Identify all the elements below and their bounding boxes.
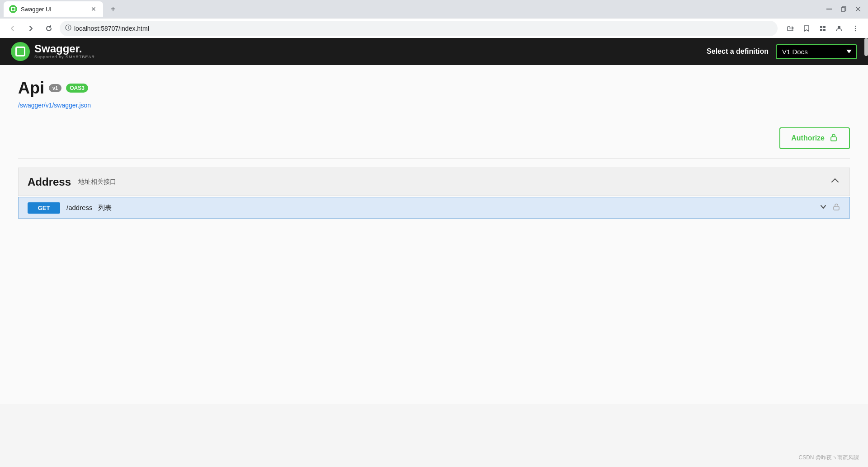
version-badge: v1 — [49, 84, 61, 92]
window-close-button[interactable] — [852, 3, 864, 15]
address-bar[interactable]: localhost:58707/index.html — [60, 21, 778, 36]
endpoint-path-value: /address — [66, 204, 93, 211]
profile-button[interactable] — [832, 21, 846, 36]
browser-addressbar: localhost:58707/index.html — [0, 18, 868, 38]
browser-actions — [783, 21, 863, 36]
svg-rect-0 — [826, 9, 832, 9]
new-tab-button[interactable]: + — [107, 3, 119, 15]
svg-rect-6 — [820, 26, 822, 28]
api-info: Api v1 OAS3 /swagger/v1/swagger.json — [18, 79, 850, 109]
endpoint-actions — [819, 202, 840, 214]
svg-point-13 — [855, 30, 856, 31]
swagger-definition-label: Select a definition — [707, 47, 769, 56]
browser-chrome: Swagger UI ✕ + — [0, 0, 868, 38]
browser-titlebar: Swagger UI ✕ + — [0, 0, 868, 18]
swagger-definition-select[interactable]: V1 Docs — [776, 44, 857, 59]
menu-button[interactable] — [848, 21, 863, 36]
swagger-brand-name: Swagger. — [34, 43, 95, 54]
bookmark-button[interactable] — [799, 21, 814, 36]
window-controls — [823, 3, 864, 15]
address-section: Address 地址相关接口 GET /address 列表 — [18, 168, 850, 219]
svg-rect-8 — [820, 29, 822, 31]
scrollbar[interactable] — [864, 38, 868, 56]
extensions-button[interactable] — [816, 21, 830, 36]
swagger-content: Api v1 OAS3 /swagger/v1/swagger.json Aut… — [0, 65, 868, 404]
share-button[interactable] — [783, 21, 797, 36]
swagger-logo-icon — [11, 42, 30, 61]
swagger-logo-text: Swagger. Supported by SMARTBEAR — [34, 43, 95, 60]
tab-close-button[interactable]: ✕ — [90, 5, 98, 13]
endpoint-expand-icon — [819, 202, 828, 214]
endpoint-row-get-address[interactable]: GET /address 列表 — [18, 197, 850, 219]
section-header-address[interactable]: Address 地址相关接口 — [18, 168, 850, 196]
svg-rect-7 — [823, 26, 826, 28]
svg-point-10 — [838, 26, 840, 28]
swagger-json-link[interactable]: /swagger/v1/swagger.json — [18, 102, 91, 109]
swagger-brand-sub: Supported by SMARTBEAR — [34, 54, 95, 60]
address-url[interactable]: localhost:58707/index.html — [74, 25, 772, 32]
authorize-button-label: Authorize — [791, 134, 825, 142]
api-title: Api — [18, 79, 44, 98]
swagger-header: Swagger. Supported by SMARTBEAR Select a… — [0, 38, 868, 65]
address-lock-icon — [65, 24, 71, 32]
browser-tab[interactable]: Swagger UI ✕ — [4, 1, 103, 17]
authorize-lock-icon — [829, 133, 838, 144]
swagger-logo: Swagger. Supported by SMARTBEAR — [11, 42, 95, 61]
window-restore-button[interactable] — [837, 3, 850, 15]
authorize-button[interactable]: Authorize — [779, 127, 850, 149]
endpoint-lock-icon — [832, 203, 840, 213]
svg-rect-15 — [834, 206, 839, 210]
section-title-address: Address — [28, 176, 71, 188]
swagger-logo-icon-inner — [15, 47, 25, 56]
api-title-row: Api v1 OAS3 — [18, 79, 850, 98]
authorize-area: Authorize — [18, 118, 850, 159]
tab-favicon — [9, 5, 17, 13]
refresh-button[interactable] — [42, 21, 56, 36]
forward-button[interactable] — [24, 21, 38, 36]
svg-rect-1 — [841, 8, 845, 11]
tab-favicon-icon — [11, 7, 15, 11]
section-subtitle-address: 地址相关接口 — [78, 178, 116, 186]
svg-rect-14 — [831, 137, 836, 141]
footer-watermark: CSDN @昨夜ヽ雨疏风骤 — [798, 454, 859, 462]
oas3-badge: OAS3 — [66, 84, 88, 93]
svg-rect-9 — [823, 29, 826, 31]
back-button[interactable] — [5, 21, 20, 36]
svg-point-11 — [855, 25, 856, 26]
endpoint-path: /address 列表 — [66, 204, 812, 212]
swagger-definition-area: Select a definition V1 Docs — [707, 44, 857, 59]
section-title-row: Address 地址相关接口 — [28, 176, 116, 188]
tab-title: Swagger UI — [21, 6, 86, 13]
endpoint-description: 列表 — [98, 204, 112, 211]
window-minimize-button[interactable] — [823, 3, 835, 15]
section-chevron-address — [830, 175, 840, 188]
method-badge-get: GET — [28, 202, 60, 214]
svg-point-12 — [855, 28, 856, 28]
